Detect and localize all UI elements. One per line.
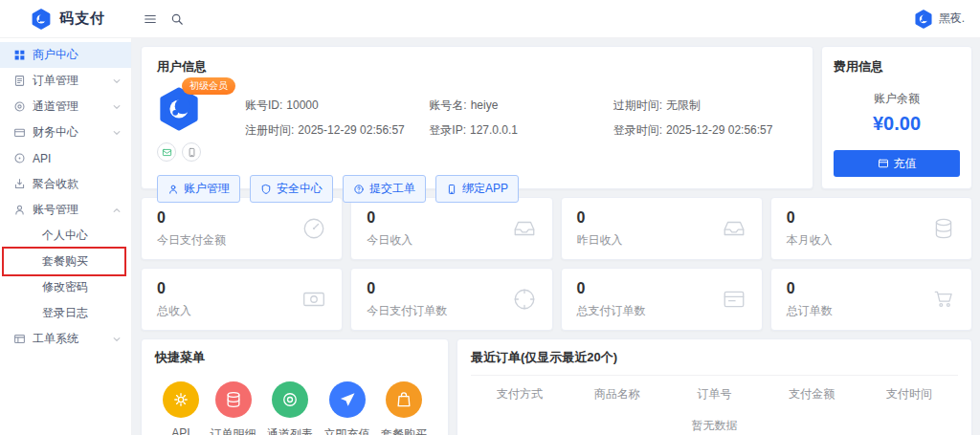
quick-item-package-purchase[interactable]: 套餐购买 <box>381 381 427 435</box>
brand-logo-icon <box>31 9 52 30</box>
security-center-button[interactable]: 安全中心 <box>250 175 333 203</box>
stat-card-today-paid-orders: 0今日支付订单数 <box>350 268 552 331</box>
member-level-badge: 初级会员 <box>182 77 235 95</box>
quick-menu-title: 快捷菜单 <box>155 349 434 366</box>
shield-icon <box>260 184 272 195</box>
list-icon <box>722 287 746 312</box>
chevron-down-icon <box>112 102 122 112</box>
menu-collapse-icon[interactable] <box>144 12 157 26</box>
sidebar-item-aggregate-collection[interactable]: 聚合收款 <box>0 171 131 197</box>
quick-item-api[interactable]: API <box>163 381 199 435</box>
sidebar-item-label: 财务中心 <box>33 124 112 141</box>
sidebar-item-personal-center[interactable]: 个人中心 <box>0 223 131 249</box>
email-icon[interactable] <box>157 142 176 162</box>
phone-icon <box>446 184 457 195</box>
plane-icon <box>329 381 366 418</box>
sidebar-item-label: 通道管理 <box>33 98 112 115</box>
quick-menu-card: 快捷菜单 API 订单明细 通道列表 <box>141 338 449 435</box>
coins-icon <box>931 216 956 241</box>
account-manage-button[interactable]: 账户管理 <box>157 175 240 203</box>
chevron-up-icon <box>112 206 122 215</box>
sidebar-item-label: 聚合收款 <box>33 176 122 192</box>
question-icon <box>353 184 365 195</box>
tray-icon <box>512 216 537 241</box>
stat-card-total-orders: 0总订单数 <box>770 268 972 331</box>
api-icon <box>13 152 26 164</box>
submit-ticket-button[interactable]: 提交工单 <box>343 175 426 203</box>
empty-state-text: 暂无数据 <box>471 418 958 434</box>
stats-row-2: 0总收入 0今日支付订单数 0总支付订单数 0总订单数 <box>141 268 972 331</box>
main-content: 用户信息 初级会员 账号ID:10000 <box>133 38 980 435</box>
sidebar-item-login-log[interactable]: 登录日志 <box>0 300 131 326</box>
header-user-menu[interactable]: 黑夜. <box>914 10 980 29</box>
field-register-time: 注册时间:2025-12-29 02:56:57 <box>245 118 429 142</box>
column-header: 支付方式 <box>471 386 568 402</box>
sidebar-item-ticket-system[interactable]: 工单系统 <box>0 326 131 352</box>
search-icon[interactable] <box>170 12 184 26</box>
bag-icon <box>386 381 422 418</box>
cart-icon <box>931 287 956 312</box>
sidebar-item-channel-management[interactable]: 通道管理 <box>0 94 131 120</box>
column-header: 支付金额 <box>763 386 860 402</box>
sidebar-item-account-management[interactable]: 账号管理 <box>0 197 131 223</box>
field-account-name: 账号名:heiye <box>429 93 612 118</box>
target-icon <box>272 381 308 418</box>
quick-item-recharge-now[interactable]: 立即充值 <box>324 381 370 435</box>
orders-table-header: 支付方式 商品名称 订单号 支付金额 支付时间 <box>471 386 958 402</box>
recharge-button[interactable]: 充值 <box>834 150 960 177</box>
person-icon <box>167 184 179 195</box>
quick-item-order-details[interactable]: 订单明细 <box>211 381 256 435</box>
user-info-title: 用户信息 <box>157 58 797 76</box>
column-header: 商品名称 <box>568 386 666 402</box>
sidebar-item-label: 订单管理 <box>33 73 112 89</box>
user-icon <box>13 204 26 216</box>
quick-item-channel-list[interactable]: 通道列表 <box>267 381 313 435</box>
sidebar-item-merchant-center[interactable]: 商户中心 <box>0 42 131 68</box>
channel-icon <box>13 100 26 113</box>
sidebar-nav: 商户中心 订单管理 通道管理 财务中心 API 聚合收款 账号管理 <box>0 38 132 435</box>
user-avatar: 初级会员 <box>157 87 245 162</box>
sidebar-item-label: 套餐购买 <box>42 253 122 270</box>
stat-card-today-pay-amount: 0今日支付金额 <box>141 197 343 260</box>
gear-icon <box>163 381 199 418</box>
sidebar-item-label: 修改密码 <box>42 279 122 295</box>
finance-icon <box>13 126 26 139</box>
recent-orders-title: 最近订单(仅显示最近20个) <box>471 349 958 366</box>
header-user-name: 黑夜. <box>939 11 965 27</box>
phone-icon[interactable] <box>182 142 201 162</box>
header-tools <box>144 12 184 26</box>
stat-card-total-income: 0总收入 <box>141 268 343 331</box>
sidebar-item-label: 个人中心 <box>42 228 122 244</box>
bind-app-button[interactable]: 绑定APP <box>435 175 519 203</box>
recent-orders-card: 最近订单(仅显示最近20个) 支付方式 商品名称 订单号 支付金额 支付时间 暂… <box>457 338 972 435</box>
brand-logo[interactable]: 码支付 <box>0 9 132 30</box>
card-icon <box>878 158 889 169</box>
sidebar-item-label: 登录日志 <box>42 305 122 321</box>
balance-value: ¥0.00 <box>873 113 921 135</box>
sidebar-item-label: API <box>33 152 122 165</box>
sidebar-item-api[interactable]: API <box>0 145 131 171</box>
grid-icon <box>13 49 26 61</box>
chevron-down-icon <box>112 128 122 138</box>
ticket-icon <box>13 333 26 345</box>
sidebar-item-package-purchase[interactable]: 套餐购买 <box>0 249 131 274</box>
column-header: 订单号 <box>666 386 764 402</box>
stat-card-total-paid-orders: 0总支付订单数 <box>561 268 763 331</box>
field-login-time: 登录时间:2025-12-29 02:56:57 <box>613 118 797 142</box>
sidebar-item-change-password[interactable]: 修改密码 <box>0 274 131 300</box>
field-account-id: 账号ID:10000 <box>245 93 429 118</box>
sidebar-item-order-management[interactable]: 订单管理 <box>0 68 131 94</box>
sidebar-item-label: 工单系统 <box>33 331 112 347</box>
database-icon <box>215 381 252 418</box>
user-info-card: 用户信息 初级会员 账号ID:10000 <box>141 46 813 189</box>
sidebar-item-finance-center[interactable]: 财务中心 <box>0 120 131 145</box>
brand-title: 码支付 <box>59 10 105 28</box>
fee-info-title: 费用信息 <box>834 58 960 76</box>
fee-info-card: 费用信息 账户余额 ¥0.00 充值 <box>821 46 972 189</box>
stat-card-month-income: 0本月收入 <box>770 197 972 260</box>
chevron-down-icon <box>112 335 122 344</box>
stat-card-today-income: 0今日收入 <box>350 197 552 260</box>
column-header: 支付时间 <box>860 386 958 402</box>
page: 码支付 黑夜. 商户中心 订单管理 通道管理 财务中心 <box>0 0 980 435</box>
collect-icon <box>13 178 26 190</box>
